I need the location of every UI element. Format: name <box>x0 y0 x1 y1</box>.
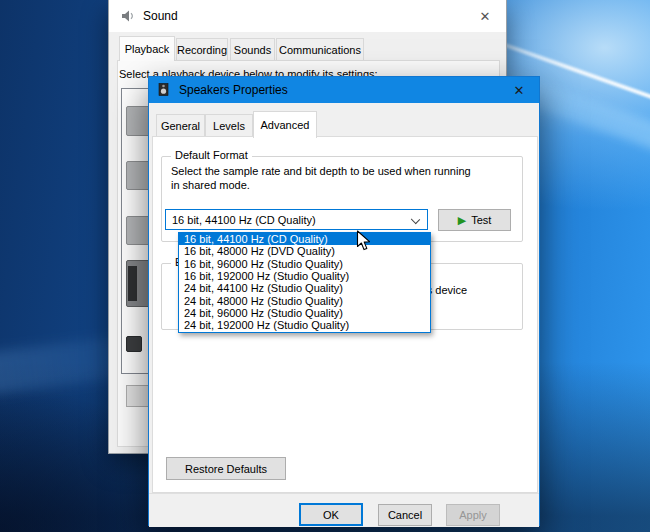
tab-label: Levels <box>213 120 245 132</box>
apply-button: Apply <box>446 504 500 526</box>
default-format-group-label: Default Format <box>171 149 252 161</box>
default-format-description-line1: Select the sample rate and bit depth to … <box>171 165 471 177</box>
close-icon[interactable]: ✕ <box>474 6 496 26</box>
format-dropdown-list: 16 bit, 44100 Hz (CD Quality) 16 bit, 48… <box>178 232 431 333</box>
format-combobox-value: 16 bit, 44100 Hz (CD Quality) <box>166 214 316 226</box>
tab-label: General <box>161 120 200 132</box>
play-icon: ▶ <box>458 215 466 226</box>
cancel-label: Cancel <box>388 509 422 521</box>
window-title: Sound <box>143 9 178 23</box>
tab-communications[interactable]: Communications <box>276 38 364 60</box>
chevron-down-icon <box>411 215 420 224</box>
default-format-description-line2: in shared mode. <box>171 179 250 191</box>
restore-defaults-label: Restore Defaults <box>185 463 267 475</box>
speaker-icon <box>120 8 136 24</box>
dropdown-option[interactable]: 16 bit, 48000 Hz (DVD Quality) <box>179 245 430 257</box>
tab-label: Recording <box>177 44 227 56</box>
apply-label: Apply <box>459 509 487 521</box>
format-combobox[interactable]: 16 bit, 44100 Hz (CD Quality) <box>165 209 428 230</box>
ok-label: OK <box>323 509 339 521</box>
dropdown-option[interactable]: 24 bit, 192000 Hz (Studio Quality) <box>179 319 430 331</box>
tab-label: Advanced <box>261 119 310 131</box>
speaker-box-icon <box>157 82 172 97</box>
test-button[interactable]: ▶ Test <box>438 209 511 231</box>
device-icon-detail <box>128 266 137 301</box>
dropdown-option[interactable]: 24 bit, 48000 Hz (Studio Quality) <box>179 295 430 307</box>
tab-label: Sounds <box>234 44 271 56</box>
close-icon[interactable]: ✕ <box>507 80 531 100</box>
dropdown-option[interactable]: 16 bit, 192000 Hz (Studio Quality) <box>179 270 430 282</box>
tab-advanced[interactable]: Advanced <box>253 111 317 138</box>
dropdown-option[interactable]: 16 bit, 44100 Hz (CD Quality) <box>179 233 430 245</box>
ok-button[interactable]: OK <box>299 503 363 526</box>
tab-recording[interactable]: Recording <box>176 38 228 60</box>
speakers-properties-window: Speakers Properties ✕ General Levels Adv… <box>148 76 540 526</box>
tab-sounds[interactable]: Sounds <box>230 38 275 60</box>
tab-label: Playback <box>125 43 170 55</box>
mouse-cursor <box>356 230 371 252</box>
test-button-label: Test <box>471 214 491 226</box>
dropdown-option[interactable]: 24 bit, 96000 Hz (Studio Quality) <box>179 307 430 319</box>
tab-general[interactable]: General <box>156 114 205 137</box>
restore-defaults-button[interactable]: Restore Defaults <box>166 457 286 480</box>
screenshot-stage: Sound ✕ Playback Recording Sounds Commun… <box>0 0 650 532</box>
cancel-button[interactable]: Cancel <box>378 504 432 526</box>
window-title: Speakers Properties <box>179 83 288 97</box>
sound-titlebar: Sound ✕ <box>109 0 506 32</box>
tab-playback[interactable]: Playback <box>119 36 175 61</box>
properties-titlebar: Speakers Properties ✕ <box>149 77 539 103</box>
tab-label: Communications <box>279 44 361 56</box>
dropdown-option[interactable]: 16 bit, 96000 Hz (Studio Quality) <box>179 258 430 270</box>
tab-levels[interactable]: Levels <box>205 114 253 137</box>
default-device-badge-icon <box>126 336 142 352</box>
dropdown-option[interactable]: 24 bit, 44100 Hz (Studio Quality) <box>179 282 430 294</box>
